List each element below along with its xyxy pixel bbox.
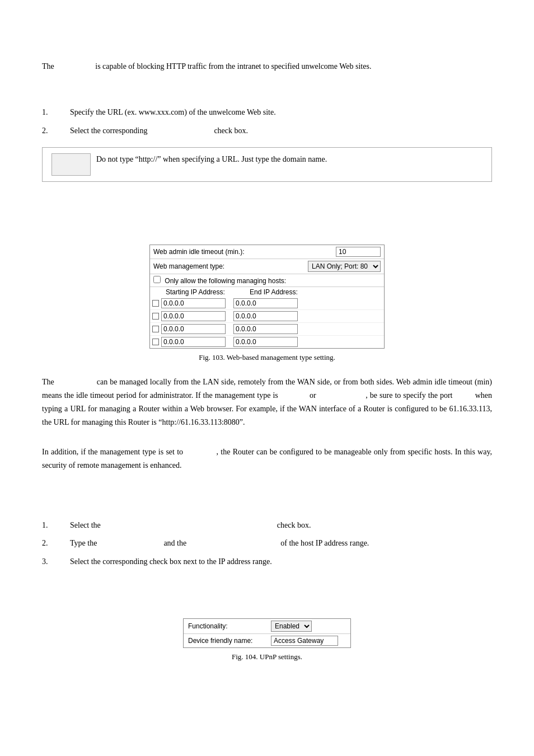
ip-end-1[interactable] — [233, 298, 298, 308]
list-item-1: 1. Specify the URL (ex. www.xxx.com) of … — [42, 106, 492, 119]
note-box: Do not type “http://” when specifying a … — [42, 147, 492, 182]
list2-item1-content: Select the check box. — [70, 519, 492, 532]
list2-item-3: 3. Select the corresponding check box ne… — [42, 556, 492, 568]
item2-prefix: Select the corresponding — [70, 126, 147, 135]
list2-item1-num: 1. — [42, 519, 70, 532]
ip-end-4[interactable] — [233, 337, 298, 347]
para-intro-the: The — [42, 62, 54, 71]
mgmt-type-label: Web management type: — [153, 262, 303, 270]
mgmt-type-select[interactable]: LAN Only; Port: 80 — [308, 261, 381, 272]
section-intro: The is capable of blocking HTTP traffic … — [42, 34, 492, 73]
ip-start-2[interactable] — [161, 311, 226, 321]
item1-num: 1. — [42, 106, 70, 119]
upnp-row-functionality: Functionality: Enabled Disabled — [184, 619, 350, 634]
ip-row-2 — [150, 310, 384, 323]
upnp-friendly-name-value — [271, 636, 338, 646]
settings-table-103: Web admin idle timeout (min.): Web manag… — [149, 245, 385, 349]
timeout-label: Web admin idle timeout (min.): — [153, 248, 331, 256]
note-text: Do not type “http://” when specifying a … — [96, 153, 327, 166]
section-para3: In addition, if the management type is s… — [42, 445, 492, 472]
para-intro: The is capable of blocking HTTP traffic … — [42, 60, 492, 73]
settings-row-mgmt-type: Web management type: LAN Only; Port: 80 — [150, 259, 384, 274]
item1-text: Specify the URL (ex. www.xxx.com) of the… — [70, 106, 492, 119]
ip-start-1[interactable] — [161, 298, 226, 308]
list2-item1-prefix: Select the — [70, 521, 101, 529]
list2-item2-suffix: of the host IP address range. — [280, 539, 369, 547]
list2-item2-middle: and the — [163, 539, 186, 547]
ip-start-3[interactable] — [161, 324, 226, 334]
list2-item2-num: 2. — [42, 537, 70, 550]
ip-headers: Starting IP Address: End IP Address: — [150, 287, 384, 297]
ip-row-4 — [150, 336, 384, 348]
ip-end-2[interactable] — [233, 311, 298, 321]
ip-checkbox-3[interactable] — [152, 326, 159, 332]
upnp-functionality-value: Enabled Disabled — [271, 621, 312, 632]
ip-end-3[interactable] — [233, 324, 298, 334]
list-2: 1. Select the check box. 2. Type the — [42, 519, 492, 568]
ip-checkbox-1[interactable] — [152, 300, 159, 307]
mgmt-type-value-container: LAN Only; Port: 80 — [308, 261, 381, 272]
list2-item1-suffix: check box. — [277, 521, 311, 529]
list2-item3-text: Select the corresponding check box next … — [70, 556, 492, 568]
fig103-caption: Fig. 103. Web-based management type sett… — [199, 353, 335, 362]
list2-item2-content: Type the and the of the host IP address … — [70, 537, 492, 550]
timeout-input[interactable] — [336, 247, 381, 257]
ip-checkbox-2[interactable] — [152, 313, 159, 320]
col1-header: Starting IP Address: — [166, 288, 233, 296]
ip-checkbox-4[interactable] — [152, 339, 159, 345]
upnp-friendly-name-label: Device friendly name: — [188, 637, 266, 645]
note-icon — [51, 153, 91, 176]
item2-suffix: check box. — [214, 126, 248, 135]
para2-text: The can be managed locally from the LAN … — [42, 375, 492, 429]
ip-row-3 — [150, 323, 384, 336]
list2-item3-num: 3. — [42, 556, 70, 568]
list2-item2-prefix: Type the — [70, 539, 97, 547]
para-intro-rest: is capable of blocking HTTP traffic from… — [95, 62, 371, 71]
upnp-row-friendly-name: Device friendly name: — [184, 634, 350, 647]
list2-item-2: 2. Type the and the of the host IP addre… — [42, 537, 492, 550]
upnp-functionality-select[interactable]: Enabled Disabled — [271, 621, 312, 632]
ip-row-1 — [150, 297, 384, 310]
upnp-friendly-name-input[interactable] — [271, 636, 338, 646]
upnp-functionality-label: Functionality: — [188, 622, 266, 630]
section-para2: The can be managed locally from the LAN … — [42, 375, 492, 429]
list-1: 1. Specify the URL (ex. www.xxx.com) of … — [42, 106, 492, 137]
settings-row-timeout: Web admin idle timeout (min.): — [150, 245, 384, 259]
figure-103-container: Web admin idle timeout (min.): Web manag… — [42, 245, 492, 362]
fig104-caption: Fig. 104. UPnP settings. — [232, 652, 302, 661]
item2-text: Select the corresponding check box. — [70, 125, 492, 137]
allow-hosts-checkbox[interactable] — [153, 276, 161, 283]
figure-104-container: Functionality: Enabled Disabled Device f… — [42, 618, 492, 661]
ip-start-4[interactable] — [161, 337, 226, 347]
timeout-value-container — [336, 247, 381, 257]
list2-item-1: 1. Select the check box. — [42, 519, 492, 532]
item2-num: 2. — [42, 125, 70, 137]
allow-hosts-header: Only allow the following managing hosts: — [150, 274, 384, 287]
allow-hosts-label: Only allow the following managing hosts: — [165, 277, 286, 285]
list-item-2: 2. Select the corresponding check box. — [42, 125, 492, 137]
col2-header: End IP Address: — [250, 288, 298, 296]
para3-text: In addition, if the management type is s… — [42, 445, 492, 472]
upnp-table-104: Functionality: Enabled Disabled Device f… — [183, 618, 351, 648]
